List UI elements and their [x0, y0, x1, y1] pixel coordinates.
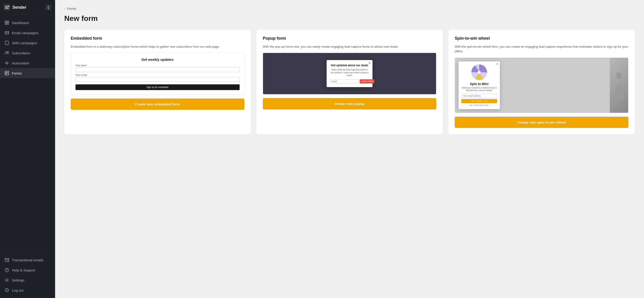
preview-name-label: Your name — [76, 64, 240, 67]
svg-point-7 — [7, 44, 7, 44]
create-spin-to-win-button[interactable]: Create new spin-to-win wheel — [455, 117, 628, 128]
sidebar-item-email-campaigns[interactable]: Email campaigns — [0, 28, 55, 38]
popup-form-card: Popup form With the pop-up forms tool, y… — [256, 29, 443, 134]
sidebar-item-forms[interactable]: Forms — [0, 68, 55, 78]
spin-to-win-card: Spin-to-win wheel With the spin-to-win w… — [448, 29, 635, 134]
spin-to-win-preview: ✕ — [455, 57, 628, 113]
svg-rect-2 — [7, 21, 9, 22]
email-icon — [4, 30, 9, 35]
sidebar-item-label: Help & Support — [12, 268, 35, 272]
card-title: Spin-to-win wheel — [455, 36, 628, 41]
sidebar-item-label: Automation — [12, 61, 30, 65]
card-description: Embedded form is a stationary subscripti… — [71, 44, 244, 49]
sidebar: Sender ❮ Dashboard — [0, 0, 55, 298]
spin-subtitle: Enter your email for a chance to win a b… — [461, 87, 497, 92]
grid-icon — [4, 20, 9, 25]
popup-overlay-subtitle: Every week we drop huge discounts on our… — [330, 68, 369, 77]
sidebar-item-label: Subscribers — [12, 51, 30, 55]
svg-point-19 — [478, 71, 480, 74]
preview-title: Get weekly updates — [76, 57, 240, 61]
svg-rect-4 — [7, 23, 9, 24]
sidebar-item-label: Transactional emails — [12, 258, 44, 262]
card-title: Popup form — [263, 36, 436, 41]
spin-wheel-graphic — [471, 64, 487, 80]
forms-icon — [4, 71, 9, 75]
create-embedded-form-button[interactable]: Create new embedded form — [71, 99, 244, 110]
sidebar-item-transactional-emails[interactable]: Transactional emails — [0, 255, 55, 265]
help-icon — [4, 268, 9, 272]
popup-subscribe-btn: SUBSCRIBE — [360, 79, 374, 83]
svg-point-14 — [7, 271, 7, 272]
sidebar-item-label: Log out — [12, 288, 24, 292]
sidebar-item-help-support[interactable]: Help & Support — [0, 265, 55, 275]
sidebar-nav: Dashboard Email campaigns SMS campaigns — [0, 15, 55, 252]
preview-name-input — [76, 67, 240, 72]
popup-form-preview: GOT QUESTIONS? ✕ Get updated about our d… — [263, 53, 436, 94]
card-description: With the pop-up forms tool, you can easi… — [263, 44, 436, 49]
sidebar-logo: Sender ❮ — [0, 0, 55, 15]
automation-icon — [4, 61, 9, 65]
form-cards-grid: Embedded form Embedded form is a station… — [64, 29, 635, 134]
popup-modal: ✕ Get updated about our deals Every week… — [326, 60, 372, 87]
page-title: New form — [64, 14, 635, 23]
spin-try-luck-btn: TRY YOUR LUCK! — [461, 99, 497, 103]
svg-point-9 — [8, 51, 9, 53]
svg-rect-5 — [5, 31, 9, 34]
transactional-icon — [4, 258, 9, 262]
sidebar-item-label: Dashboard — [12, 21, 29, 25]
sidebar-item-automation[interactable]: Automation — [0, 58, 55, 68]
svg-point-15 — [6, 280, 8, 281]
logo-icon — [4, 4, 10, 10]
sidebar-item-sms-campaigns[interactable]: SMS campaigns — [0, 38, 55, 48]
preview-email-input — [76, 77, 240, 82]
spin-title: Spin to Win! — [470, 82, 489, 86]
embedded-form-card: Embedded form Embedded form is a station… — [64, 29, 251, 134]
popup-close-icon: ✕ — [368, 61, 371, 65]
sidebar-item-label: Email campaigns — [12, 31, 38, 35]
svg-rect-1 — [5, 21, 7, 22]
popup-form-mock: GOT QUESTIONS? ✕ Get updated about our d… — [263, 53, 436, 94]
subscribers-icon — [4, 51, 9, 55]
popup-email-input — [330, 79, 359, 83]
embedded-form-preview: Get weekly updates Your name Your e-mail… — [71, 53, 244, 95]
card-description: With the spin-to-win wheel form, you can… — [455, 44, 628, 54]
svg-rect-3 — [5, 23, 7, 24]
logo: Sender — [4, 4, 26, 10]
spin-modal: ✕ — [458, 61, 500, 109]
preview-email-label: Your e-mail — [76, 74, 240, 76]
sidebar-item-settings[interactable]: Settings — [0, 275, 55, 285]
sidebar-item-label: Settings — [12, 278, 24, 282]
app-name: Sender — [12, 5, 26, 10]
logout-icon — [4, 288, 9, 293]
breadcrumb: ‹ Forms — [64, 7, 635, 10]
svg-point-10 — [6, 62, 8, 64]
card-title: Embedded form — [71, 36, 244, 41]
spin-close-icon: ✕ — [496, 63, 498, 65]
preview-submit-btn: Sign up for newsletter — [76, 84, 240, 90]
main-content: ‹ Forms New form Embedded form Embedded … — [55, 0, 644, 298]
sidebar-item-subscribers[interactable]: Subscribers — [0, 48, 55, 58]
settings-icon — [4, 278, 9, 283]
embedded-form-mock: Get weekly updates Your name Your e-mail… — [71, 53, 244, 95]
collapse-button[interactable]: ❮ — [46, 4, 52, 10]
sidebar-item-dashboard[interactable]: Dashboard — [0, 18, 55, 28]
popup-overlay-title: Get updated about our deals — [330, 64, 369, 67]
sidebar-item-label: SMS campaigns — [12, 41, 37, 45]
sms-icon — [4, 40, 9, 45]
breadcrumb-parent[interactable]: Forms — [67, 7, 76, 10]
create-popup-button[interactable]: Create new popup — [263, 98, 436, 109]
popup-email-row: SUBSCRIBE — [330, 79, 369, 83]
sidebar-bottom: Transactional emails Help & Support S — [0, 252, 55, 298]
breadcrumb-arrow: ‹ — [64, 7, 66, 10]
sidebar-item-logout[interactable]: Log out — [0, 285, 55, 295]
sidebar-item-label: Forms — [12, 71, 22, 75]
spin-email-input — [461, 94, 497, 98]
spin-skip-label: No, I don't feel lucky. — [470, 104, 489, 106]
